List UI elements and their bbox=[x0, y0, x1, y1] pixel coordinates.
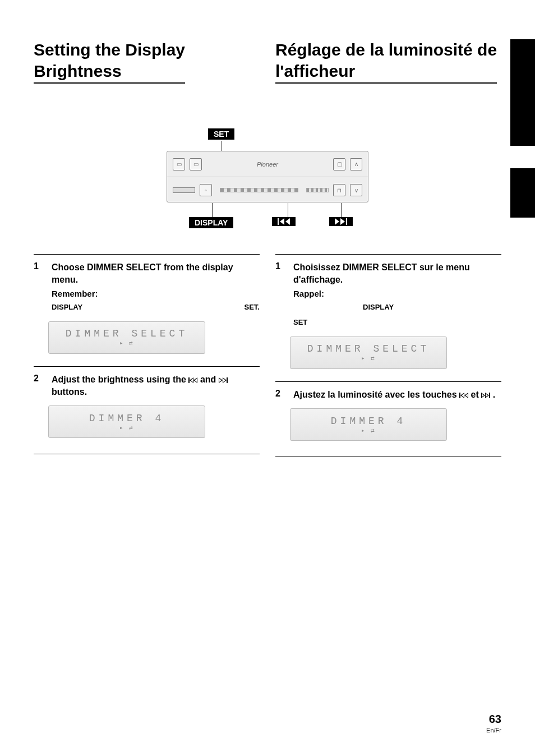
device-chip bbox=[173, 187, 195, 193]
lang-indicator: En/Fr bbox=[486, 727, 501, 734]
next-icon bbox=[219, 377, 228, 383]
triangle-right-icon bbox=[335, 218, 339, 225]
device-button: ▭ bbox=[173, 158, 185, 170]
step2-title-right: Ajustez la luminosité avec les touches e… bbox=[293, 389, 501, 401]
text-fragment: and bbox=[200, 375, 219, 384]
lcd-sub: ▸ ⇄ bbox=[119, 424, 134, 431]
heading-left: Setting the Display Brightness bbox=[34, 39, 185, 84]
rule bbox=[275, 457, 501, 457]
remember-label-right: Rappel: bbox=[293, 289, 501, 298]
kw-display: DISPLAY bbox=[363, 302, 394, 314]
step-number: 1 bbox=[275, 261, 285, 329]
text-fragment: et bbox=[471, 390, 482, 399]
right-column: 1 Choisissez DIMMER SELECT sur le menu d… bbox=[275, 254, 501, 457]
step-number: 2 bbox=[34, 374, 44, 398]
lead-line bbox=[288, 203, 288, 218]
device-brand: Pioneer bbox=[206, 161, 329, 168]
lead-line bbox=[341, 203, 342, 218]
heading-right-line1: Réglage de la luminosité de bbox=[275, 40, 497, 59]
rule bbox=[34, 454, 260, 454]
remember-label-left: Remember: bbox=[52, 289, 260, 298]
lcd-text: DIMMER 4 bbox=[89, 413, 164, 424]
display-label: DISPLAY bbox=[189, 217, 233, 228]
device-button: ∧ bbox=[350, 158, 362, 170]
step1-title-left: Choose DIMMER SELECT from the display me… bbox=[52, 261, 260, 285]
device-button: ∨ bbox=[350, 184, 362, 196]
prev-icon bbox=[459, 393, 468, 398]
device-button: ▫ bbox=[200, 184, 212, 196]
step-number: 2 bbox=[275, 389, 285, 401]
next-icon bbox=[481, 393, 490, 398]
step2-title-left: Adjust the brightness using the and butt… bbox=[52, 374, 260, 398]
lcd-display: DIMMER 4 ▸ ⇄ bbox=[290, 408, 447, 441]
remember-text-right: DISPLAY bbox=[293, 302, 501, 314]
bar-icon bbox=[346, 218, 347, 225]
text-fragment: buttons. bbox=[52, 387, 87, 397]
next-track-label bbox=[329, 217, 353, 226]
lcd-text: DIMMER SELECT bbox=[66, 328, 188, 339]
side-tab-1 bbox=[510, 39, 535, 146]
heading-right-line2: l'afficheur bbox=[275, 62, 355, 80]
heading-left-line2: Brightness bbox=[34, 62, 122, 80]
text-fragment: Ajustez la luminosité avec les touches bbox=[293, 390, 459, 399]
device-diagram: SET ▭ ▭ Pioneer ▢ ∧ ▫ ⊓ ∨ D bbox=[167, 151, 368, 220]
left-column: 1 Choose DIMMER SELECT from the display … bbox=[34, 254, 260, 457]
lcd-display: DIMMER 4 ▸ ⇄ bbox=[48, 405, 205, 438]
triangle-right-icon bbox=[340, 218, 345, 225]
text-fragment: . bbox=[493, 390, 495, 399]
page-number: 63 bbox=[486, 713, 501, 726]
device-strip-small bbox=[306, 188, 329, 192]
remember-text-right-2: SET bbox=[293, 317, 501, 329]
lcd-display: DIMMER SELECT ▸ ⇄ bbox=[290, 336, 447, 369]
kw-display: DISPLAY bbox=[52, 302, 82, 314]
remember-text-left: DISPLAY SET. bbox=[52, 302, 260, 314]
kw-set: SET bbox=[293, 317, 307, 329]
device-button: ▭ bbox=[190, 158, 202, 170]
lcd-text: DIMMER SELECT bbox=[307, 343, 430, 354]
lcd-text: DIMMER 4 bbox=[331, 416, 406, 427]
device-illustration: ▭ ▭ Pioneer ▢ ∧ ▫ ⊓ ∨ bbox=[167, 151, 368, 202]
lead-line bbox=[212, 203, 213, 218]
heading-left-line1: Setting the Display bbox=[34, 40, 185, 59]
device-strip bbox=[220, 188, 298, 192]
triangle-left-icon bbox=[285, 218, 290, 225]
step-number: 1 bbox=[34, 261, 44, 314]
device-button: ⊓ bbox=[333, 184, 345, 196]
step1-title-right: Choisissez DIMMER SELECT sur le menu d'a… bbox=[293, 261, 501, 285]
kw-set: SET. bbox=[245, 302, 260, 314]
side-tab-2 bbox=[510, 168, 535, 218]
bar-icon bbox=[278, 218, 279, 225]
device-button: ▢ bbox=[333, 158, 345, 170]
heading-right: Réglage de la luminosité de l'afficheur bbox=[275, 39, 497, 84]
lcd-display: DIMMER SELECT ▸ ⇄ bbox=[48, 321, 205, 354]
lcd-sub: ▸ ⇄ bbox=[361, 427, 376, 434]
lcd-sub: ▸ ⇄ bbox=[361, 354, 376, 362]
prev-track-label bbox=[272, 217, 296, 226]
footer: 63 En/Fr bbox=[486, 713, 501, 734]
lcd-sub: ▸ ⇄ bbox=[119, 339, 134, 347]
set-label: SET bbox=[208, 128, 234, 140]
prev-icon bbox=[188, 377, 197, 383]
triangle-left-icon bbox=[280, 218, 284, 225]
text-fragment: Adjust the brightness using the bbox=[52, 375, 188, 384]
